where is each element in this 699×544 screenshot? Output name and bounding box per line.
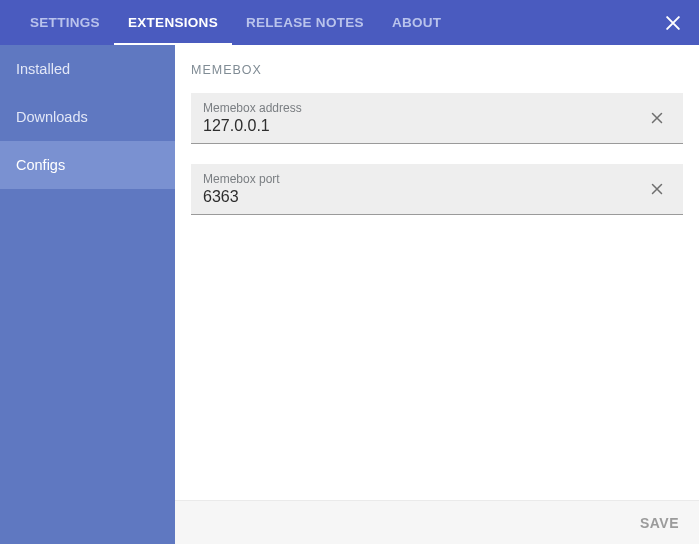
sidebar-item-downloads[interactable]: Downloads — [0, 93, 175, 141]
close-icon — [648, 180, 666, 198]
sidebar: Installed Downloads Configs — [0, 45, 175, 544]
field-memebox-port[interactable]: Memebox port — [191, 164, 683, 215]
sidebar-item-installed[interactable]: Installed — [0, 45, 175, 93]
save-button[interactable]: SAVE — [640, 515, 679, 531]
titlebar: SETTINGS EXTENSIONS RELEASE NOTES ABOUT — [0, 0, 699, 45]
clear-address-button[interactable] — [643, 104, 671, 132]
app-window: SETTINGS EXTENSIONS RELEASE NOTES ABOUT … — [0, 0, 699, 544]
close-icon — [648, 109, 666, 127]
tab-extensions[interactable]: EXTENSIONS — [114, 0, 232, 45]
footer: SAVE — [175, 500, 699, 544]
tab-release-notes[interactable]: RELEASE NOTES — [232, 0, 378, 45]
memebox-address-input[interactable] — [203, 117, 643, 135]
memebox-port-input[interactable] — [203, 188, 643, 206]
field-memebox-address[interactable]: Memebox address — [191, 93, 683, 144]
field-label: Memebox address — [203, 101, 643, 115]
field-text: Memebox port — [203, 172, 643, 206]
content-inner: MEMEBOX Memebox address Memebox port — [175, 45, 699, 500]
close-icon — [663, 13, 683, 33]
field-label: Memebox port — [203, 172, 643, 186]
tab-bar: SETTINGS EXTENSIONS RELEASE NOTES ABOUT — [16, 0, 455, 45]
tab-about[interactable]: ABOUT — [378, 0, 456, 45]
field-text: Memebox address — [203, 101, 643, 135]
close-button[interactable] — [659, 9, 687, 37]
section-title: MEMEBOX — [191, 63, 683, 77]
body: Installed Downloads Configs MEMEBOX Meme… — [0, 45, 699, 544]
content: MEMEBOX Memebox address Memebox port — [175, 45, 699, 544]
tab-settings[interactable]: SETTINGS — [16, 0, 114, 45]
clear-port-button[interactable] — [643, 175, 671, 203]
sidebar-item-configs[interactable]: Configs — [0, 141, 175, 189]
